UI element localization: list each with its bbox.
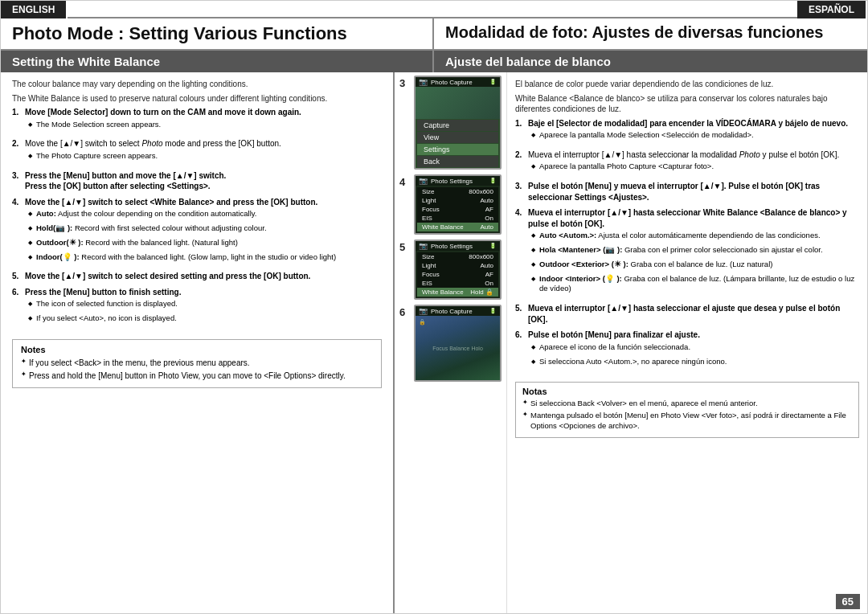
settings-light: LightAuto <box>417 196 498 205</box>
step-5: 5. Move the [▲/▼] switch to select desir… <box>12 271 382 282</box>
steps-list: 1. Move [Mode Selector] down to turn on … <box>12 107 382 333</box>
section-bar: Setting the White Balance Ajuste del bal… <box>1 51 867 72</box>
cam-screen-3: 📷 Photo Capture 🔋 Capture View Settings … <box>414 76 502 170</box>
page-number: 65 <box>836 594 860 609</box>
step-1-bullets: The Mode Selection screen appears. <box>25 120 382 130</box>
cam-3-bg <box>416 87 500 119</box>
step-3: 3. Press the [Menu] button and move the … <box>12 170 382 192</box>
step-3-label: 3 <box>399 77 411 89</box>
menu-view: View <box>417 132 498 143</box>
es-step-3: 3. Pulse el botón [Menu] y mueva el inte… <box>515 181 859 203</box>
section-title-left: Setting the White Balance <box>1 51 434 72</box>
notes-title: Notes <box>21 345 373 354</box>
cam-3-wrapper: 3 📷 Photo Capture 🔋 Capture View Setting… <box>399 76 502 170</box>
settings-size: Size800x600 <box>417 187 498 196</box>
step-4-bullets: Auto: Adjust the colour depending on the… <box>25 209 382 262</box>
step-6: 6. Press the [Menu] button to finish set… <box>12 287 382 328</box>
right-column: El balance de color puede variar dependi… <box>507 72 867 613</box>
step-2: 2. Move the [▲/▼] switch to select Photo… <box>12 138 382 165</box>
cam-4-wrapper: 4 📷 Photo Settings 🔋 Size800x600 LightAu… <box>399 174 502 235</box>
settings2-focus: FocusAF <box>417 270 498 279</box>
settings2-size: Size800x600 <box>417 252 498 261</box>
step-4: 4. Move the [▲/▼] switch to select <Whit… <box>12 197 382 267</box>
notas-list: Si selecciona Back <Volver> en el menú, … <box>522 399 852 431</box>
step-2-bullets: The Photo Capture screen appears. <box>25 151 382 162</box>
title-left: Photo Mode : Setting Various Functions <box>1 18 434 49</box>
menu-settings: Settings <box>417 144 498 155</box>
step-6-label: 6 <box>399 306 411 318</box>
intro-text-1: The colour balance may vary depending on… <box>12 79 382 90</box>
note-2: Press and hold the [Menu] button in Phot… <box>21 370 373 382</box>
cam-4-header: 📷 Photo Settings 🔋 <box>416 176 500 186</box>
steps-ol: 1. Move [Mode Selector] down to turn on … <box>12 107 382 328</box>
left-column: The colour balance may vary depending on… <box>1 72 395 613</box>
es-steps: 1. Baje el [Selector de modalidad] para … <box>515 118 859 376</box>
cam-screen-6: 📷 Photo Capture 🔋 🔒 Focus Balance Holo <box>414 305 502 382</box>
english-tab: ENGLISH <box>1 1 68 18</box>
step-4-label: 4 <box>399 176 411 188</box>
es-step-4: 4. Mueva el interruptor [▲/▼] hasta sele… <box>515 207 859 298</box>
cam-6-preview: 🔒 Focus Balance Holo <box>416 316 500 380</box>
nota-2: Mantenga pulsado el botón [Menu] en Phot… <box>522 411 852 432</box>
notes-list: If you select <Back> in the menu, the pr… <box>21 358 373 381</box>
notas-title: Notas <box>522 387 852 396</box>
step-1-text: Move [Mode Selector] down to turn on the… <box>25 108 301 117</box>
camera-screenshots: 3 📷 Photo Capture 🔋 Capture View Setting… <box>395 72 507 613</box>
section-title-right: Ajuste del balance de blanco <box>434 51 867 72</box>
es-steps-ol: 1. Baje el [Selector de modalidad] para … <box>515 118 859 371</box>
intro-text-2: The White Balance is used to preserve na… <box>12 93 382 104</box>
cam-screen-5: 📷 Photo Settings 🔋 Size800x600 LightAuto… <box>414 239 502 300</box>
es-intro-2: White Balance <Balance de blanco> se uti… <box>515 93 859 115</box>
es-intro-1: El balance de color puede variar dependi… <box>515 79 859 90</box>
settings2-eis: EISOn <box>417 279 498 288</box>
nota-1: Si selecciona Back <Volver> en el menú, … <box>522 399 852 409</box>
menu-back: Back <box>417 156 498 167</box>
cam-5-header: 📷 Photo Settings 🔋 <box>416 241 500 251</box>
settings-focus: FocusAF <box>417 205 498 214</box>
main-title-row: Photo Mode : Setting Various Functions M… <box>1 18 867 51</box>
content-wrapper: The colour balance may vary depending on… <box>1 72 867 613</box>
page: ENGLISH ESPAÑOL Photo Mode : Setting Var… <box>0 0 868 614</box>
es-step-2: 2. Mueva el interruptor [▲/▼] hasta sele… <box>515 149 859 176</box>
cam-6-header: 📷 Photo Capture 🔋 <box>416 306 500 316</box>
notes-box: Notes If you select <Back> in the menu, … <box>12 339 382 388</box>
note-1: If you select <Back> in the menu, the pr… <box>21 358 373 369</box>
cam-preview-text: Focus Balance Holo <box>432 346 483 351</box>
settings-wb-auto: White BalanceAuto <box>417 223 498 231</box>
es-step-1: 1. Baje el [Selector de modalidad] para … <box>515 118 859 145</box>
title-right: Modalidad de foto: Ajustes de diversas f… <box>434 18 867 49</box>
settings-wb-hold: White BalanceHold 🔒 <box>417 288 498 297</box>
es-step-5: 5. Mueva el interruptor [▲/▼] hasta sele… <box>515 303 859 325</box>
menu-capture: Capture <box>417 120 498 131</box>
cam-6-wrapper: 6 📷 Photo Capture 🔋 🔒 Focus Balance Holo <box>399 305 502 382</box>
step-6-bullets: The icon of selected function is display… <box>25 299 382 324</box>
espanol-tab: ESPAÑOL <box>797 1 867 18</box>
settings-eis: EISOn <box>417 214 498 223</box>
step-1: 1. Move [Mode Selector] down to turn on … <box>12 107 382 133</box>
cam-3-header: 📷 Photo Capture 🔋 <box>416 77 500 87</box>
notas-box: Notas Si selecciona Back <Volver> en el … <box>515 382 859 437</box>
settings2-light: LightAuto <box>417 261 498 270</box>
cam-screen-4: 📷 Photo Settings 🔋 Size800x600 LightAuto… <box>414 174 502 235</box>
step-5-label: 5 <box>399 241 411 253</box>
language-header: ENGLISH ESPAÑOL <box>1 1 867 18</box>
es-step-6: 6. Pulse el botón [Menu] para finalizar … <box>515 330 859 370</box>
cam-5-wrapper: 5 📷 Photo Settings 🔋 Size800x600 LightAu… <box>399 239 502 300</box>
